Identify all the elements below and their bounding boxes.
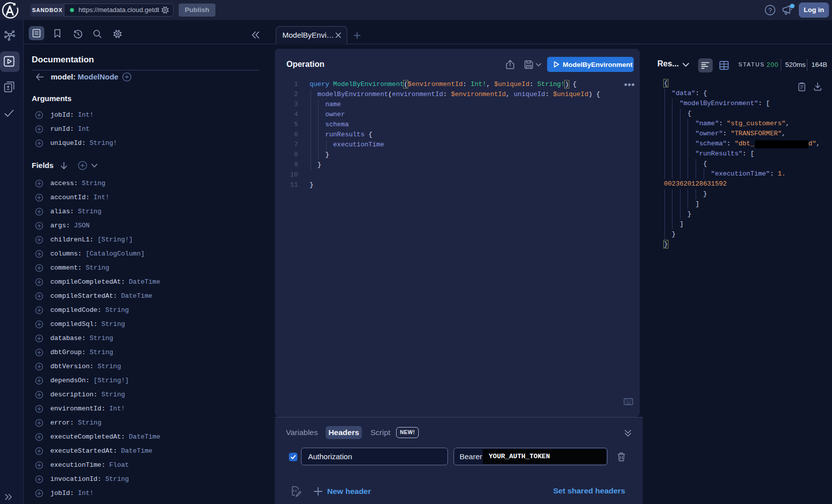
svg-text:?: ? bbox=[768, 7, 772, 14]
